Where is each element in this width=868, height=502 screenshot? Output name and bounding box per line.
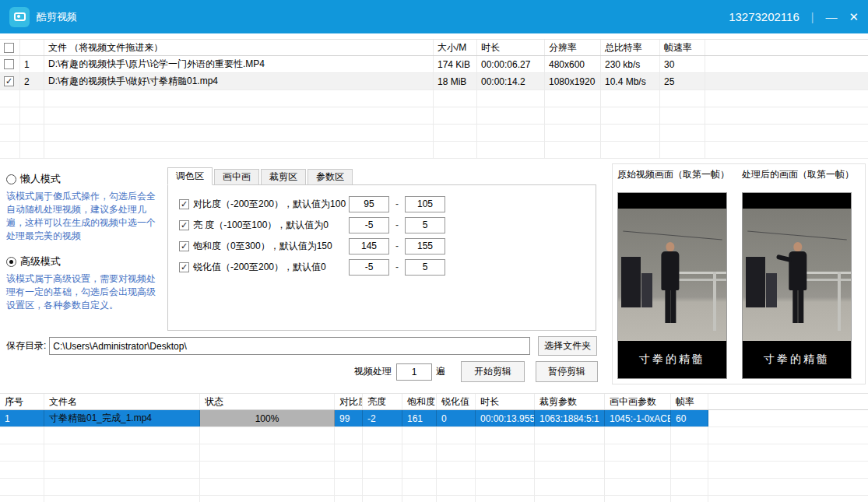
contact-number: 13273202116 (729, 10, 799, 23)
result-row-selected[interactable]: 1 寸拳精髓01_完成_1.mp4 100% 99 -2 161 0 00:00… (0, 410, 868, 427)
original-preview-label: 原始视频画面（取第一帧） (617, 168, 729, 181)
empty-row (0, 479, 868, 496)
range-separator: - (389, 219, 405, 230)
tab-pip[interactable]: 画中画 (214, 169, 259, 185)
saturation-row: 饱和度（0至300），默认值为150 - (179, 237, 596, 255)
lazy-mode-radio-row[interactable]: 懒人模式 (6, 172, 164, 186)
table-row[interactable]: 2 D:\有趣的视频快手\做好\寸拳精髓01.mp4 18 MiB 00:00:… (0, 73, 868, 90)
range-separator: - (389, 198, 405, 209)
empty-row (0, 496, 868, 502)
table-row[interactable]: 1 D:\有趣的视频快手\原片\论学一门外语的重要性.MP4 174 KiB 0… (0, 56, 868, 73)
col-filename: 文件名 (44, 394, 200, 409)
cell-framerate: 25 (660, 73, 705, 90)
video-camera-icon (14, 12, 26, 21)
col-resolution: 分辨率 (545, 40, 601, 55)
cell-duration: 00:00:13.955 (476, 410, 535, 427)
col-duration: 时长 (477, 40, 545, 55)
empty-row (0, 90, 868, 107)
brightness-min-input[interactable] (349, 217, 389, 233)
empty-row (0, 107, 868, 125)
col-sharpen: 锐化值 (437, 394, 476, 409)
brightness-max-input[interactable] (405, 217, 445, 233)
saturation-min-input[interactable] (349, 238, 389, 255)
result-table-header: 序号 文件名 状态 对比度 亮度 饱和度 锐化值 时长 裁剪参数 画中画参数 帧… (0, 393, 868, 410)
cell-sharpen: 0 (437, 410, 476, 427)
empty-row (0, 125, 868, 142)
empty-row (0, 427, 868, 444)
process-times-input[interactable] (396, 363, 432, 381)
app-title: 酷剪视频 (37, 10, 77, 24)
close-button[interactable]: ✕ (849, 11, 859, 23)
col-crop-params: 裁剪参数 (535, 394, 605, 409)
sharpen-row: 锐化值（-200至200），默认值0 - (179, 258, 596, 276)
cell-size: 174 KiB (434, 56, 477, 72)
col-index: 序号 (0, 394, 44, 409)
minimize-button[interactable]: — (825, 11, 837, 23)
app-icon (9, 7, 30, 27)
tab-params[interactable]: 参数区 (307, 169, 353, 185)
save-dir-label: 保存目录: (6, 339, 46, 353)
pause-edit-button[interactable]: 暂停剪辑 (536, 361, 598, 382)
advanced-mode-radio-row[interactable]: 高级模式 (6, 255, 164, 269)
col-saturation: 饱和度 (402, 394, 437, 409)
process-times-unit: 遍 (436, 365, 445, 378)
saturation-max-input[interactable] (405, 238, 445, 255)
range-separator: - (389, 262, 405, 272)
empty-row (0, 142, 868, 159)
contrast-max-input[interactable] (405, 196, 445, 212)
saturation-checkbox[interactable] (179, 241, 189, 251)
video-frame (618, 209, 726, 342)
col-contrast: 对比度 (335, 394, 363, 409)
sharpen-min-input[interactable] (349, 259, 389, 276)
cell-duration: 00:00:06.27 (477, 56, 545, 72)
person-figure (788, 242, 808, 328)
sharpen-checkbox[interactable] (179, 262, 189, 272)
lazy-mode-radio[interactable] (6, 174, 16, 184)
cell-duration: 00:00:14.2 (477, 73, 545, 90)
row-checkbox[interactable] (4, 76, 14, 86)
video-frame (743, 209, 851, 342)
brightness-label: 亮 度（-100至100），默认值为0 (193, 219, 329, 232)
empty-row (0, 462, 868, 479)
cell-filename: 寸拳精髓01_完成_1.mp4 (44, 410, 200, 427)
cell-resolution: 480x600 (545, 56, 601, 72)
processed-preview-label: 处理后的画面（取第一帧） (742, 168, 854, 181)
progress-bar: 100% (200, 410, 335, 427)
processed-preview-image: 寸拳的精髓 (742, 192, 852, 379)
tab-strip: 调色区 画中画 裁剪区 参数区 (167, 167, 596, 185)
cell-num: 2 (20, 73, 44, 90)
col-status: 状态 (200, 394, 335, 409)
tab-color[interactable]: 调色区 (167, 167, 213, 185)
contrast-label: 对比度（-200至200），默认值为100 (193, 198, 346, 211)
advanced-mode-radio[interactable] (6, 257, 16, 267)
range-separator: - (389, 240, 405, 251)
contrast-row: 对比度（-200至200），默认值为100 - (179, 195, 596, 212)
col-pip-params: 画中画参数 (605, 394, 671, 409)
contrast-min-input[interactable] (349, 196, 389, 212)
titlebar-separator: | (811, 11, 814, 23)
color-tab-panel: 对比度（-200至200），默认值为100 - 亮 度（-100至100），默认… (167, 184, 596, 331)
brightness-checkbox[interactable] (179, 220, 189, 230)
cell-brightness: -2 (363, 410, 402, 427)
contrast-checkbox[interactable] (179, 199, 189, 209)
file-table: 文件 （将视频文件拖进来） 大小/M 时长 分辨率 总比特率 帧速率 1 D:\… (0, 39, 868, 159)
save-dir-input[interactable] (49, 337, 530, 355)
process-controls: 视频处理 遍 开始剪辑 暂停剪辑 (354, 361, 598, 382)
title-bar: 酷剪视频 13273202116 | — ✕ (0, 0, 868, 33)
cell-pip-params: 1045:-1-0xACEE (605, 410, 671, 427)
original-preview-image: 寸拳的精髓 (617, 192, 727, 379)
cell-crop-params: 1063:1884:5:1 (535, 410, 605, 427)
select-all-checkbox[interactable] (4, 43, 14, 53)
preview-panel: 原始视频画面（取第一帧） 处理后的画面（取第一帧） 寸拳的精髓 (612, 163, 866, 384)
settings-tabbox: 调色区 画中画 裁剪区 参数区 对比度（-200至200），默认值为100 - … (167, 167, 596, 331)
choose-folder-button[interactable]: 选择文件夹 (538, 336, 597, 356)
lazy-mode-label: 懒人模式 (20, 172, 61, 186)
start-edit-button[interactable]: 开始剪辑 (461, 361, 525, 382)
col-fps: 帧率 (671, 394, 708, 409)
tab-crop[interactable]: 裁剪区 (261, 169, 306, 185)
advanced-mode-label: 高级模式 (20, 255, 61, 269)
row-checkbox[interactable] (4, 59, 14, 69)
col-file: 文件 （将视频文件拖进来） (44, 40, 434, 55)
empty-row (0, 444, 868, 462)
sharpen-max-input[interactable] (405, 259, 445, 276)
